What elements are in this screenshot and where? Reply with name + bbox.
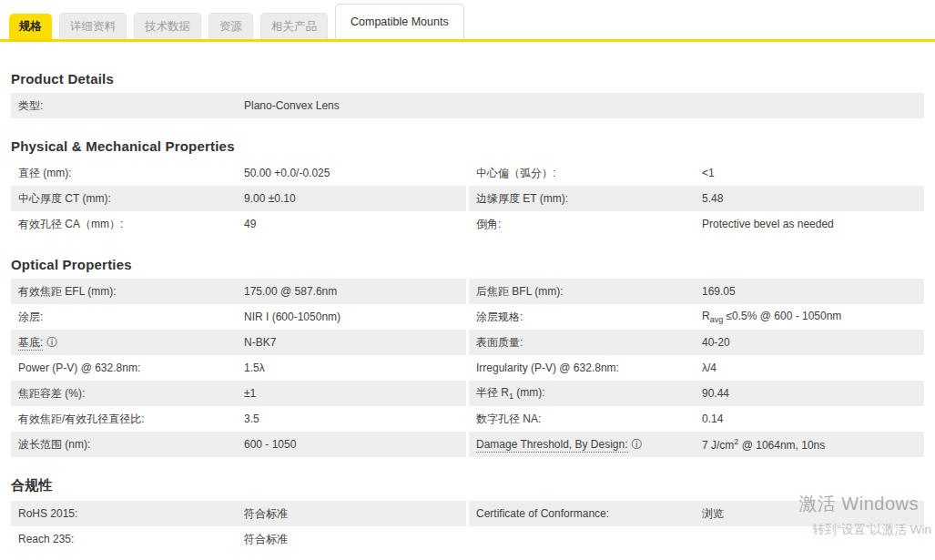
spec-cell: 有效孔径 CA（mm）:49 (11, 211, 466, 237)
info-icon[interactable]: ⓘ (46, 336, 57, 349)
spec-value: 5.48 (702, 192, 723, 205)
spec-label: RoHS 2015: (18, 507, 244, 520)
section-title: Optical Properties (11, 257, 924, 272)
tab-details[interactable]: 详细资料 (59, 13, 127, 40)
spec-cell: 焦距容差 (%):±1 (11, 381, 466, 406)
spec-value: Protective bevel as needed (702, 218, 834, 230)
section-2: Optical Properties有效焦距 EFL (mm):175.00 @… (11, 257, 924, 457)
spec-value: 3.5 (244, 412, 259, 425)
spec-cell: 边缘厚度 ET (mm):5.48 (469, 186, 924, 211)
spec-label: 半径 R1 (mm): (476, 385, 702, 401)
spec-cell: 直径 (mm):50.00 +0.0/-0.025 (11, 160, 466, 186)
spec-value: 40-20 (702, 336, 730, 349)
spec-cell: Reach 235:符合标准 (11, 526, 466, 552)
spec-row: 波长范围 (nm):600 - 1050Damage Threshold, By… (11, 432, 924, 457)
spec-value: 600 - 1050 (244, 438, 296, 451)
spec-cell: 有效焦距/有效孔径直径比:3.5 (11, 406, 466, 432)
spec-label: 涂层规格: (476, 310, 702, 325)
spec-label: Damage Threshold, By Design:ⓘ (476, 437, 702, 453)
spec-cell: 有效焦距 EFL (mm):175.00 @ 587.6nm (11, 279, 466, 304)
section-title: Physical & Mechanical Properties (11, 138, 924, 154)
section-title: Product Details (11, 71, 924, 87)
spec-value: 9.00 ±0.10 (244, 192, 296, 205)
spec-value: 49 (244, 218, 256, 230)
spec-value-link[interactable]: N-BK7 (244, 336, 276, 349)
spec-label: 边缘厚度 ET (mm): (476, 191, 702, 207)
spec-value: 90.44 (702, 387, 729, 400)
spec-label: Certificate of Conformance: (476, 507, 702, 520)
spec-value: Ravg ≤0.5% @ 600 - 1050nm (702, 310, 841, 324)
spec-cell: 中心偏（弧分）:<1 (469, 160, 924, 186)
spec-label: 有效焦距/有效孔径直径比: (18, 412, 244, 427)
spec-value: <1 (702, 167, 715, 179)
spec-label: 基底:ⓘ (18, 335, 244, 351)
spec-value: ±1 (244, 387, 256, 400)
spec-value: Plano-Convex Lens (244, 99, 340, 112)
spec-row: Reach 235:符合标准 (11, 526, 924, 552)
spec-row: 类型:Plano-Convex Lens (11, 93, 924, 118)
spec-value-link[interactable]: 浏览 (702, 506, 724, 522)
spec-value: 50.00 +0.0/-0.025 (244, 167, 330, 179)
spec-value: λ/4 (702, 361, 716, 374)
spec-label: 有效焦距 EFL (mm): (18, 284, 244, 300)
spec-label: 数字孔径 NA: (476, 412, 702, 427)
spec-cell: 数字孔径 NA:0.14 (469, 406, 924, 432)
tab-tech-data[interactable]: 技术数据 (134, 13, 201, 40)
spec-label: 波长范围 (nm): (18, 437, 244, 453)
spec-label: 中心厚度 CT (mm): (18, 191, 244, 207)
spec-value: 0.14 (702, 412, 723, 425)
spec-label: 类型: (18, 98, 244, 114)
spec-value: 169.05 (702, 285, 736, 298)
spec-label: Power (P-V) @ 632.8nm: (18, 361, 244, 374)
tab-specs[interactable]: 规格 (9, 14, 52, 40)
spec-label: 倒角: (476, 217, 702, 232)
spec-cell: 倒角:Protective bevel as needed (469, 211, 924, 237)
spec-cell: Certificate of Conformance:浏览 (469, 501, 924, 526)
spec-label: 焦距容差 (%): (18, 386, 244, 402)
spec-label: 直径 (mm): (18, 166, 244, 181)
spec-cell: 中心厚度 CT (mm):9.00 ±0.10 (11, 186, 466, 211)
tab-compatible-mounts[interactable]: Compatible Mounts (335, 4, 464, 40)
spec-cell: 后焦距 BFL (mm):169.05 (469, 279, 924, 304)
info-icon[interactable]: ⓘ (632, 438, 643, 451)
spec-label: 涂层: (18, 310, 244, 325)
spec-cell: Power (P-V) @ 632.8nm:1.5λ (11, 355, 466, 381)
spec-row: 焦距容差 (%):±1半径 R1 (mm):90.44 (11, 381, 924, 406)
spec-row: 基底:ⓘN-BK7表面质量:40-20 (11, 330, 924, 355)
spec-label: 中心偏（弧分）: (476, 166, 702, 181)
spec-cell: 表面质量:40-20 (469, 330, 924, 355)
tab-bar: 规格详细资料技术数据资源相关产品Compatible Mounts (0, 0, 935, 39)
spec-cell: 基底:ⓘN-BK7 (11, 330, 466, 355)
spec-label: Reach 235: (18, 533, 244, 545)
spec-cell: Irregularity (P-V) @ 632.8nm:λ/4 (469, 355, 924, 381)
spec-cell: Damage Threshold, By Design:ⓘ7 J/cm2 @ 1… (469, 432, 924, 457)
spec-cell: 涂层规格:Ravg ≤0.5% @ 600 - 1050nm (469, 304, 924, 330)
spec-value-link[interactable]: 符合标准 (244, 532, 288, 547)
spec-row: 有效孔径 CA（mm）:49倒角:Protective bevel as nee… (11, 211, 924, 237)
spec-row: RoHS 2015:符合标准Certificate of Conformance… (11, 501, 924, 526)
spec-label: 后焦距 BFL (mm): (476, 284, 702, 300)
spec-row: 有效焦距/有效孔径直径比:3.5数字孔径 NA:0.14 (11, 406, 924, 432)
section-3: 合规性RoHS 2015:符合标准Certificate of Conforma… (11, 477, 924, 552)
spec-cell: 半径 R1 (mm):90.44 (469, 381, 924, 406)
spec-row: 涂层:NIR I (600-1050nm)涂层规格:Ravg ≤0.5% @ 6… (11, 304, 924, 330)
spec-cell: 涂层:NIR I (600-1050nm) (11, 304, 466, 330)
spec-label: 表面质量: (476, 335, 702, 351)
spec-row: Power (P-V) @ 632.8nm:1.5λIrregularity (… (11, 355, 924, 381)
spec-value: 7 J/cm2 @ 1064nm, 10ns (702, 437, 825, 452)
spec-content: Product Details类型:Plano-Convex LensPhysi… (0, 71, 935, 552)
spec-value: NIR I (600-1050nm) (244, 311, 340, 323)
tab-related-products[interactable]: 相关产品 (260, 13, 328, 40)
tab-underline (0, 39, 935, 42)
section-1: Physical & Mechanical Properties直径 (mm):… (11, 138, 924, 237)
spec-value-link[interactable]: 符合标准 (244, 506, 288, 522)
section-0: Product Details类型:Plano-Convex Lens (11, 71, 924, 118)
tab-resources[interactable]: 资源 (208, 13, 253, 40)
spec-row: 中心厚度 CT (mm):9.00 ±0.10边缘厚度 ET (mm):5.48 (11, 186, 924, 211)
spec-row: 直径 (mm):50.00 +0.0/-0.025中心偏（弧分）:<1 (11, 160, 924, 186)
spec-cell: 波长范围 (nm):600 - 1050 (11, 432, 466, 457)
spec-cell (469, 526, 924, 552)
spec-cell: 类型:Plano-Convex Lens (11, 93, 924, 118)
section-title: 合规性 (11, 477, 924, 494)
spec-value: 1.5λ (244, 361, 265, 374)
